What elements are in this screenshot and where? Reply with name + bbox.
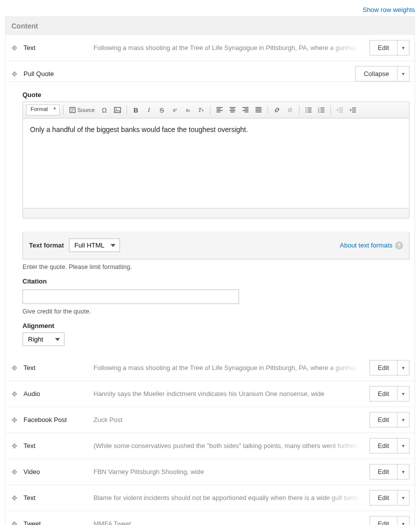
row-actions: Edit ▾: [370, 40, 410, 56]
drag-handle-icon[interactable]: ✥: [10, 364, 18, 372]
citation-input[interactable]: [22, 290, 239, 304]
row-actions-dropdown[interactable]: ▾: [398, 386, 410, 402]
bold-icon[interactable]: B: [130, 104, 142, 116]
special-char-icon[interactable]: Ω: [99, 104, 110, 116]
row-actions: Edit▾: [370, 386, 410, 402]
drag-handle-icon[interactable]: ✥: [10, 442, 18, 450]
edit-button[interactable]: Edit: [370, 438, 398, 454]
align-right-icon[interactable]: [240, 104, 251, 116]
unlink-icon[interactable]: [284, 104, 296, 116]
drag-handle-icon[interactable]: ✥: [10, 468, 18, 476]
quote-label: Quote: [22, 91, 410, 98]
content-row: ✥TweetMMFA TweetEdit▾: [6, 510, 414, 525]
strikethrough-icon[interactable]: S: [156, 104, 168, 116]
drag-handle-icon[interactable]: ✥: [10, 70, 18, 78]
row-actions: Edit▾: [370, 412, 410, 428]
link-icon[interactable]: [272, 104, 282, 116]
edit-button[interactable]: Edit: [370, 360, 398, 376]
content-rows: ✥ Text Following a mass shooting at the …: [5, 35, 415, 525]
row-actions: Edit▾: [370, 438, 410, 454]
alignment-label: Alignment: [22, 322, 410, 330]
about-text-formats-link[interactable]: About text formats ?: [340, 242, 404, 250]
editor-resize-footer[interactable]: [22, 208, 410, 218]
format-dropdown[interactable]: Format: [26, 104, 60, 116]
row-actions-dropdown[interactable]: ▾: [398, 66, 410, 82]
text-format-select[interactable]: Full HTML: [69, 238, 120, 252]
edit-button[interactable]: Edit: [370, 490, 398, 506]
row-type-label: Text: [24, 364, 88, 372]
row-preview-text: Following a mass shooting at the Tree of…: [94, 44, 364, 52]
drag-handle-icon[interactable]: ✥: [10, 416, 18, 424]
svg-rect-1: [114, 108, 120, 113]
drag-handle-icon[interactable]: ✥: [10, 44, 18, 52]
row-actions: Edit▾: [370, 516, 410, 525]
wysiwyg-toolbar: Format Source Ω B I S x² x₂ Tx: [22, 102, 410, 118]
row-actions-dropdown[interactable]: ▾: [398, 40, 410, 56]
row-actions-dropdown[interactable]: ▾: [398, 516, 410, 525]
svg-point-2: [116, 108, 116, 110]
edit-button[interactable]: Edit: [370, 464, 398, 480]
outdent-icon[interactable]: [334, 104, 346, 116]
align-left-icon[interactable]: [214, 104, 225, 116]
svg-point-3: [306, 108, 306, 108]
content-row: ✥VideoFBN Varney Pittsburgh Shooting, wi…: [6, 458, 414, 484]
row-type-label: Text: [24, 442, 88, 450]
content-row: ✥Text(While some conservatives pushed th…: [6, 432, 414, 458]
row-actions-dropdown[interactable]: ▾: [398, 490, 410, 506]
drag-handle-icon[interactable]: ✥: [10, 494, 18, 502]
superscript-icon[interactable]: x²: [170, 104, 180, 116]
row-type-label: Pull Quote: [24, 70, 88, 78]
row-actions: Edit▾: [370, 360, 410, 376]
svg-point-4: [306, 110, 306, 110]
edit-button[interactable]: Edit: [370, 386, 398, 402]
help-icon: ?: [395, 242, 403, 250]
content-row: ✥Facebook PostZuck PostEdit▾: [6, 406, 414, 432]
toolbar-separator: [126, 106, 127, 114]
align-center-icon[interactable]: [227, 104, 238, 116]
row-type-label: Text: [24, 494, 88, 502]
source-button[interactable]: Source: [67, 104, 97, 116]
citation-help-text: Give credit for the quote.: [22, 308, 410, 315]
drag-handle-icon[interactable]: ✥: [10, 390, 18, 398]
row-preview-text: FBN Varney Pittsburgh Shooting, wide: [94, 468, 364, 476]
row-actions-dropdown[interactable]: ▾: [398, 360, 410, 376]
edit-button[interactable]: Edit: [370, 40, 398, 56]
row-preview-text: Zuck Post: [94, 416, 364, 424]
svg-point-5: [306, 112, 306, 112]
content-row-expanded-header: ✥ Pull Quote Collapse ▾: [6, 60, 414, 82]
citation-label: Citation: [22, 278, 410, 285]
show-row-weights-link[interactable]: Show row weights: [362, 6, 415, 14]
source-label: Source: [78, 107, 95, 113]
numbered-list-icon[interactable]: 123: [316, 104, 327, 116]
indent-icon[interactable]: [348, 104, 358, 116]
alignment-select[interactable]: Right: [22, 332, 64, 346]
row-preview-text: Blame for violent incidents should not b…: [94, 494, 364, 502]
edit-button[interactable]: Edit: [370, 412, 398, 428]
quote-help-text: Enter the quote. Please limit formatting…: [22, 264, 410, 270]
row-actions-dropdown[interactable]: ▾: [398, 464, 410, 480]
image-icon[interactable]: [112, 104, 123, 116]
align-justify-icon[interactable]: [253, 104, 264, 116]
quote-textarea[interactable]: Only a handful of the biggest banks woul…: [22, 118, 410, 208]
toolbar-separator: [330, 106, 331, 114]
bullet-list-icon[interactable]: [303, 104, 314, 116]
remove-format-icon[interactable]: Tx: [196, 104, 206, 116]
subscript-icon[interactable]: x₂: [182, 104, 194, 116]
row-type-label: Video: [24, 468, 88, 476]
collapse-button[interactable]: Collapse: [355, 66, 398, 82]
row-preview-text: MMFA Tweet: [94, 520, 364, 525]
content-row: ✥ Text Following a mass shooting at the …: [6, 35, 414, 60]
toolbar-separator: [210, 106, 210, 114]
row-type-label: Tweet: [24, 520, 88, 525]
row-actions: Edit▾: [370, 490, 410, 506]
row-actions-dropdown[interactable]: ▾: [398, 412, 410, 428]
row-preview-text: Following a mass shooting at the Tree of…: [94, 364, 364, 372]
italic-icon[interactable]: I: [144, 104, 154, 116]
edit-button[interactable]: Edit: [370, 516, 398, 525]
content-row: ✥TextBlame for violent incidents should …: [6, 484, 414, 510]
row-type-label: Text: [24, 44, 88, 52]
toolbar-separator: [268, 106, 268, 114]
content-section-header: Content: [5, 16, 415, 35]
row-actions-dropdown[interactable]: ▾: [398, 438, 410, 454]
drag-handle-icon[interactable]: ✥: [10, 520, 18, 526]
